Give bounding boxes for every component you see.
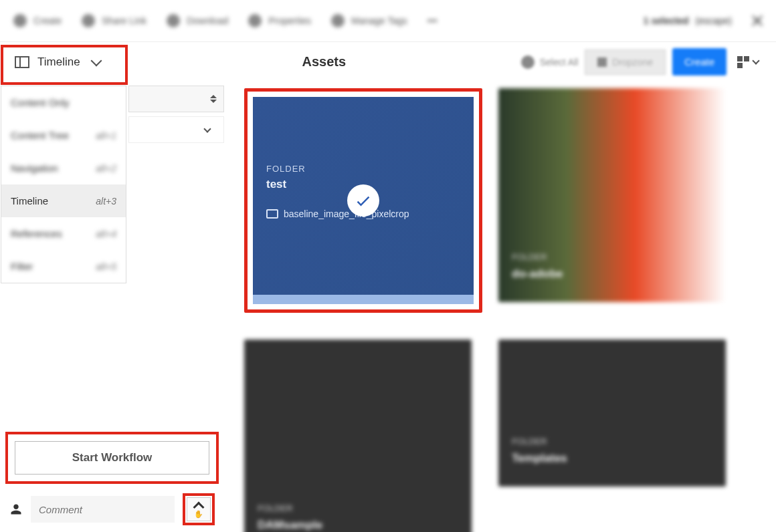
menu-filter[interactable]: Filter alt+5: [1, 250, 126, 283]
menu-label: Timeline: [11, 195, 48, 207]
page-title: Assets: [127, 54, 521, 70]
asset-card[interactable]: FOLDER Templates: [498, 340, 726, 487]
create-button[interactable]: Create: [672, 48, 726, 76]
toolbar-properties-label: Properties: [268, 15, 311, 26]
asset-card[interactable]: FOLDER DAMsample: [244, 340, 472, 532]
chevron-down-icon: [90, 55, 102, 66]
menu-shortcut: alt+4: [96, 229, 116, 239]
create-button-label: Create: [684, 56, 714, 68]
share-icon: [82, 14, 95, 27]
toolbar-manage-tags-label: Manage Tags: [351, 15, 407, 26]
highlight-expand: ✋: [183, 493, 215, 525]
dropzone-label: Dropzone: [612, 57, 653, 68]
menu-label: References: [11, 228, 62, 239]
menu-label: Content Tree: [11, 130, 69, 141]
asset-card[interactable]: FOLDER do-adobe: [498, 88, 726, 302]
info-icon: [248, 14, 262, 27]
rail-dropdown-menu: Content Only Content Tree alt+1 Navigati…: [1, 86, 126, 283]
toolbar-download-label: Download: [187, 15, 228, 26]
menu-label: Filter: [11, 261, 33, 272]
dropzone-button[interactable]: Dropzone: [585, 49, 666, 75]
expand-actions-button[interactable]: ✋: [187, 497, 211, 521]
start-workflow-label: Start Workflow: [72, 451, 153, 464]
card-type-label: FOLDER: [512, 436, 547, 446]
card-file-name: baseline_image_file_pixelcrop: [284, 209, 409, 219]
menu-content-tree[interactable]: Content Tree alt+1: [1, 119, 126, 152]
select-all-button[interactable]: Select All: [521, 55, 579, 69]
toolbar-more[interactable]: •••: [427, 15, 438, 26]
content-grid: FOLDER test baseline_image_file_pixelcro…: [224, 82, 776, 532]
card-footer: [253, 295, 474, 304]
menu-label: Content Only: [11, 97, 70, 108]
toolbar-create-label: Create: [33, 15, 62, 26]
menu-shortcut: alt+1: [96, 130, 116, 141]
card-name: do-adobe: [512, 267, 563, 281]
rail-panel-icon: [15, 56, 29, 68]
toolbar-share-label: Share Link: [102, 15, 147, 26]
rail-row: Timeline Assets Select All Dropzone Crea…: [0, 41, 776, 82]
more-icon: •••: [427, 15, 438, 26]
selected-check-icon: [347, 184, 379, 217]
toolbar-manage-tags[interactable]: Manage Tags: [331, 14, 407, 27]
menu-shortcut: alt+3: [96, 196, 116, 207]
card-type-label: FOLDER: [266, 164, 460, 174]
menu-references[interactable]: References alt+4: [1, 217, 126, 250]
toolbar-create[interactable]: Create: [13, 14, 62, 27]
card-name: DAMsample: [258, 519, 322, 532]
toolbar-properties[interactable]: Properties: [248, 14, 311, 27]
rail-dropdown-label: Timeline: [37, 55, 80, 69]
selection-status: 1 selected (escape): [644, 15, 732, 26]
top-toolbar: Create Share Link Download Properties Ma…: [0, 0, 776, 41]
start-workflow-button[interactable]: Start Workflow: [15, 441, 209, 475]
toolbar-share[interactable]: Share Link: [82, 14, 147, 27]
check-circle-icon: [521, 55, 535, 69]
sort-selector[interactable]: [128, 86, 224, 112]
menu-navigation[interactable]: Navigation alt+2: [1, 152, 126, 184]
asset-card-selected[interactable]: FOLDER test baseline_image_file_pixelcro…: [244, 88, 482, 313]
grid-view-icon: [737, 56, 749, 68]
expand-row[interactable]: [128, 116, 224, 143]
tag-icon: [331, 14, 345, 27]
menu-shortcut: alt+2: [96, 163, 116, 174]
menu-content-only[interactable]: Content Only: [1, 86, 126, 119]
plus-icon: [13, 14, 27, 27]
selection-count: 1 selected: [644, 15, 689, 26]
comment-row: ✋: [0, 487, 224, 532]
menu-timeline[interactable]: Timeline alt+3: [1, 184, 126, 217]
card-type-label: FOLDER: [512, 252, 547, 262]
card-type-label: FOLDER: [258, 503, 293, 513]
close-icon[interactable]: [752, 15, 763, 26]
arrow-down-icon: [597, 57, 607, 67]
image-icon: [266, 209, 278, 219]
comment-input[interactable]: [31, 496, 175, 523]
chevron-down-icon: [203, 125, 211, 132]
highlight-workflow: Start Workflow: [5, 432, 219, 484]
card-name: Templates: [512, 452, 567, 465]
chevron-down-icon: [752, 57, 759, 64]
menu-label: Navigation: [11, 162, 58, 174]
right-tools: Select All Dropzone Create: [521, 48, 776, 76]
sort-updown-icon: [210, 95, 217, 103]
selection-escape: (escape): [696, 15, 732, 26]
toolbar-download[interactable]: Download: [167, 14, 228, 27]
rail-dropdown[interactable]: Timeline: [1, 44, 127, 80]
download-icon: [167, 14, 180, 27]
select-all-label: Select All: [540, 57, 579, 68]
user-icon: [9, 502, 23, 517]
menu-shortcut: alt+5: [96, 261, 116, 272]
view-switcher[interactable]: [733, 52, 763, 72]
